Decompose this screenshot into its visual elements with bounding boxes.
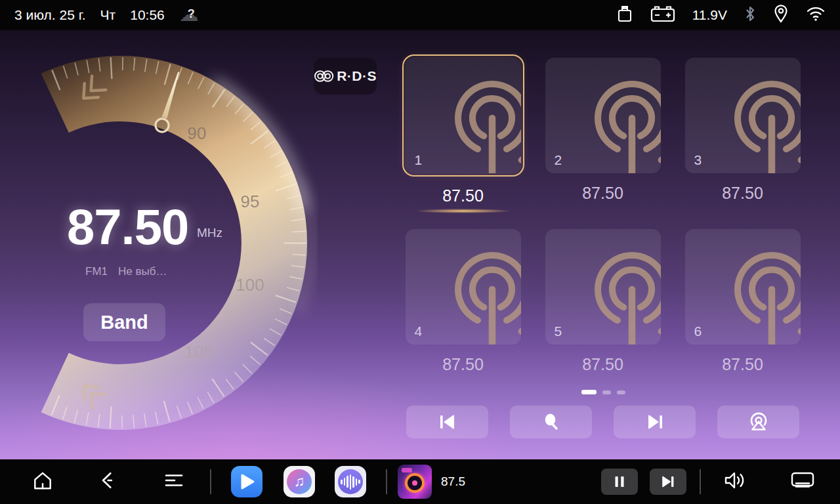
seek-previous-button[interactable] xyxy=(406,406,488,438)
selected-glow xyxy=(415,209,511,213)
usb-icon xyxy=(616,4,633,27)
search-stations-button[interactable] xyxy=(510,406,592,438)
album-art-detail xyxy=(402,468,412,472)
head-unit-screen: 3 июл. 25 г. Чт 10:56 ☁ ? xyxy=(0,0,840,504)
preset-6-tile[interactable]: 6 xyxy=(685,229,801,345)
dial-number-100: 100 xyxy=(236,275,264,295)
preset-number: 3 xyxy=(694,152,702,168)
page-dot-2[interactable] xyxy=(602,390,611,394)
preset-frequency: 87.50 xyxy=(582,184,623,203)
next-track-icon xyxy=(661,475,675,488)
band-station-row: FM1 Не выб… xyxy=(85,265,167,278)
band-label: FM1 xyxy=(85,265,108,278)
band-button[interactable]: Band xyxy=(83,303,165,341)
volume-button[interactable] xyxy=(723,470,747,494)
waveform-icon xyxy=(338,469,363,494)
preset-frequency: 87.50 xyxy=(722,355,763,374)
voltage-label: 11.9V xyxy=(692,7,727,23)
nav-separator xyxy=(210,469,211,494)
preset-4-tile[interactable]: 4 xyxy=(406,229,521,345)
menu-icon xyxy=(163,471,185,490)
preset-1[interactable]: 1 87.50 xyxy=(402,58,524,213)
music-note-icon: ♫ xyxy=(294,473,305,490)
now-playing-frequency: 87.5 xyxy=(441,474,465,489)
preset-number: 4 xyxy=(415,324,423,339)
weather-icon: ☁ ? xyxy=(179,5,203,25)
pause-button[interactable] xyxy=(601,469,638,495)
music-app[interactable]: ♫ xyxy=(284,466,315,497)
seek-next-icon xyxy=(645,412,665,432)
back-button[interactable] xyxy=(98,471,117,492)
nav-separator xyxy=(700,469,701,494)
nav-bar: ♫ 87.5 xyxy=(0,459,840,504)
nav-separator xyxy=(386,469,387,494)
preset-3-tile[interactable]: 3 xyxy=(685,58,801,173)
preset-2[interactable]: 2 87.50 xyxy=(542,58,663,213)
station-name: Не выб… xyxy=(118,265,167,278)
broadcast-antenna-icon xyxy=(566,58,661,173)
broadcast-antenna-icon xyxy=(566,229,661,345)
broadcast-mode-button[interactable] xyxy=(717,406,799,438)
preset-6[interactable]: 6 87.50 xyxy=(682,229,803,382)
car-battery-icon xyxy=(650,5,675,26)
tuner-controls xyxy=(406,406,799,438)
preset-page-dots xyxy=(402,390,804,394)
seek-next-button[interactable] xyxy=(614,406,696,438)
seek-previous-icon xyxy=(438,412,457,432)
video-player-app[interactable] xyxy=(231,466,262,497)
music-app-circle: ♫ xyxy=(287,469,312,494)
radio-main-area: 90 95 100 105 xyxy=(0,30,840,459)
broadcast-antenna-icon xyxy=(706,229,801,345)
broadcast-antenna-icon xyxy=(706,58,801,173)
screen-icon xyxy=(790,471,815,490)
dial-number-90: 90 xyxy=(188,123,207,143)
home-button[interactable] xyxy=(32,471,54,493)
page-dot-1[interactable] xyxy=(581,390,597,394)
back-icon xyxy=(98,471,117,490)
bluetooth-icon xyxy=(744,5,756,26)
broadcast-antenna-icon xyxy=(427,229,521,345)
pause-icon xyxy=(613,475,626,488)
wifi-icon xyxy=(806,5,826,26)
broadcast-antenna-icon xyxy=(427,58,521,173)
location-icon xyxy=(773,4,789,27)
preset-4[interactable]: 4 87.50 xyxy=(402,229,524,382)
home-icon xyxy=(32,471,54,490)
band-button-label: Band xyxy=(100,312,148,333)
preset-grid: 1 87.50 2 87.50 xyxy=(402,58,804,382)
equalizer-app[interactable] xyxy=(335,466,366,497)
preset-number: 6 xyxy=(694,324,702,339)
preset-5-tile[interactable]: 5 xyxy=(545,229,661,345)
preset-frequency: 87.50 xyxy=(442,186,484,205)
preset-5[interactable]: 5 87.50 xyxy=(542,229,663,382)
preset-frequency: 87.50 xyxy=(442,355,484,374)
preset-2-tile[interactable]: 2 xyxy=(545,58,661,173)
rds-badge: R·D·S xyxy=(314,58,377,94)
rds-circles-icon xyxy=(314,68,335,84)
dial-number-105: 105 xyxy=(184,342,213,362)
dial-number-95: 95 xyxy=(241,192,260,211)
rds-label: R·D·S xyxy=(337,68,377,84)
broadcast-tower-icon xyxy=(747,411,770,432)
preset-number: 5 xyxy=(555,324,562,339)
search-icon xyxy=(541,412,561,432)
status-time: 10:56 xyxy=(130,7,165,23)
screen-off-button[interactable] xyxy=(790,471,815,493)
menu-button[interactable] xyxy=(163,471,185,492)
preset-frequency: 87.50 xyxy=(722,184,763,203)
status-right: 11.9V xyxy=(616,4,826,27)
status-left: 3 июл. 25 г. Чт 10:56 ☁ ? xyxy=(14,5,203,25)
album-art[interactable] xyxy=(398,465,432,499)
status-bar: 3 июл. 25 г. Чт 10:56 ☁ ? xyxy=(0,0,840,30)
preset-number: 1 xyxy=(415,152,423,168)
play-icon xyxy=(238,473,255,490)
page-dot-3[interactable] xyxy=(617,390,625,394)
preset-3[interactable]: 3 87.50 xyxy=(682,58,803,213)
next-track-button[interactable] xyxy=(650,469,686,495)
status-date: 3 июл. 25 г. xyxy=(14,7,86,23)
frequency-unit: MHz xyxy=(197,226,222,240)
preset-number: 2 xyxy=(555,152,562,168)
volume-icon xyxy=(723,470,747,491)
preset-1-tile[interactable]: 1 xyxy=(406,58,521,173)
preset-frequency: 87.50 xyxy=(582,355,623,374)
